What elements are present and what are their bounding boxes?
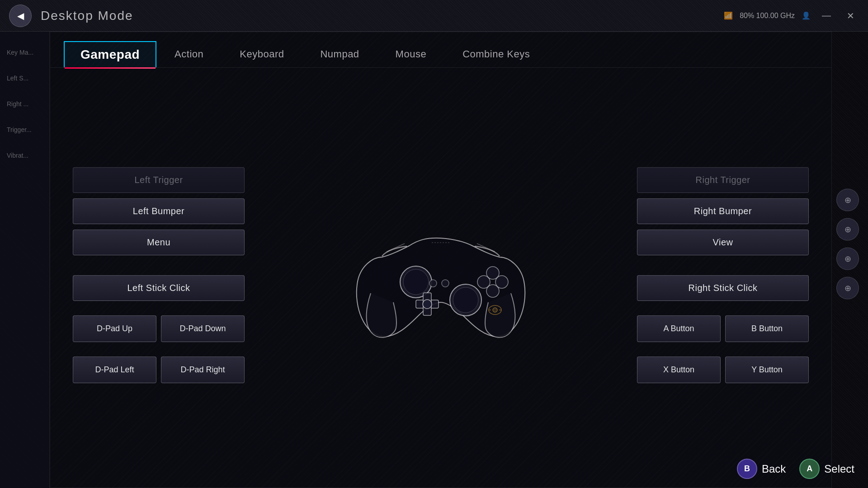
view-button[interactable]: View	[637, 230, 809, 255]
svg-point-10	[442, 280, 449, 287]
left-bumper-button[interactable]: Left Bumper	[73, 198, 245, 224]
right-ctrl-3[interactable]: ⊕	[836, 248, 859, 270]
tab-keyboard[interactable]: Keyboard	[222, 42, 302, 67]
tab-gamepad[interactable]: Gamepad	[64, 41, 156, 67]
svg-point-5	[453, 287, 478, 313]
svg-point-14	[486, 267, 499, 279]
tab-combine-keys[interactable]: Combine Keys	[444, 42, 548, 67]
x-button[interactable]: X Button	[637, 357, 721, 383]
left-stick-click-button[interactable]: Left Stick Click	[73, 275, 245, 301]
sidebar-item-trigger[interactable]: Trigger...	[0, 118, 49, 141]
svg-point-16	[493, 308, 497, 312]
b-icon: B	[737, 459, 757, 479]
select-label: Select	[824, 463, 854, 475]
right-stick-click-button[interactable]: Right Stick Click	[637, 275, 809, 301]
right-ctrl-1[interactable]: ⊕	[836, 189, 859, 211]
sidebar-item-left-stick[interactable]: Left S...	[0, 66, 49, 90]
b-button[interactable]: B Button	[725, 315, 809, 342]
left-buttons: Left Trigger Left Bumper Menu Left Stick…	[73, 167, 245, 383]
svg-point-3	[403, 269, 429, 295]
dpad-right-button[interactable]: D-Pad Right	[161, 357, 245, 383]
tab-mouse[interactable]: Mouse	[377, 42, 445, 67]
right-buttons: Right Trigger Right Bumper View Right St…	[637, 167, 809, 383]
sidebar-item-key-mapping[interactable]: Key Ma...	[0, 41, 49, 64]
content-area: Left Trigger Left Bumper Menu Left Stick…	[50, 68, 831, 483]
right-controls: ⊕ ⊕ ⊕ ⊕	[836, 189, 859, 300]
controller-svg	[346, 203, 536, 347]
tab-bar: Gamepad Action Keyboard Numpad Mouse Com…	[50, 32, 831, 68]
a-button[interactable]: A Button	[637, 315, 721, 342]
controller-image-area	[245, 81, 637, 469]
y-button[interactable]: Y Button	[725, 357, 809, 383]
right-trigger-button[interactable]: Right Trigger	[637, 167, 809, 193]
controller-layout: Left Trigger Left Bumper Menu Left Stick…	[73, 81, 809, 469]
a-icon: A	[799, 459, 820, 479]
select-bottom-btn[interactable]: A Select	[799, 459, 854, 479]
dpad-left-button[interactable]: D-Pad Left	[73, 357, 156, 383]
left-trigger-button[interactable]: Left Trigger	[73, 167, 245, 193]
face-row-1: A Button B Button	[637, 315, 809, 342]
bottom-bar: B Back A Select	[723, 450, 868, 488]
dpad-row-2: D-Pad Left D-Pad Right	[73, 357, 245, 383]
tab-action[interactable]: Action	[156, 42, 222, 67]
tab-numpad[interactable]: Numpad	[302, 42, 377, 67]
sidebar-item-right-stick[interactable]: Right ...	[0, 92, 49, 116]
right-ctrl-4[interactable]: ⊕	[836, 277, 859, 300]
svg-point-9	[429, 280, 437, 287]
dpad-up-button[interactable]: D-Pad Up	[73, 315, 156, 342]
sidebar: Key Ma... Left S... Right ... Trigger...…	[0, 32, 50, 488]
dpad-down-button[interactable]: D-Pad Down	[161, 315, 245, 342]
menu-button[interactable]: Menu	[73, 230, 245, 255]
face-row-2: X Button Y Button	[637, 357, 809, 383]
main-panel: Gamepad Action Keyboard Numpad Mouse Com…	[50, 32, 832, 488]
main-panel-inner: Gamepad Action Keyboard Numpad Mouse Com…	[50, 32, 831, 488]
right-ctrl-2[interactable]: ⊕	[836, 218, 859, 241]
back-label: Back	[762, 463, 786, 475]
svg-point-8	[423, 300, 432, 309]
right-bumper-button[interactable]: Right Bumper	[637, 198, 809, 224]
back-bottom-btn[interactable]: B Back	[737, 459, 786, 479]
dpad-row-1: D-Pad Up D-Pad Down	[73, 315, 245, 342]
sidebar-item-vibration[interactable]: Vibrat...	[0, 144, 49, 167]
